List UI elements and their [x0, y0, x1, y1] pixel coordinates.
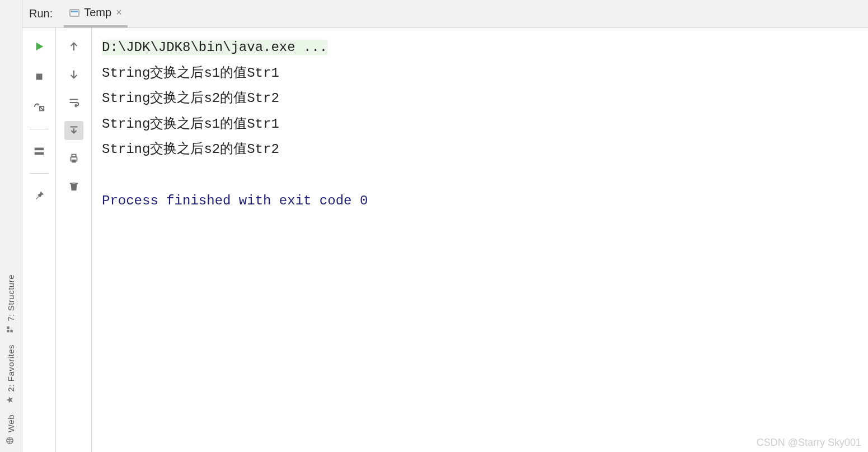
svg-rect-17	[72, 160, 76, 163]
soft-wrap-button[interactable]	[64, 93, 83, 112]
svg-marker-3	[7, 396, 13, 403]
svg-rect-1	[7, 327, 10, 329]
svg-line-12	[39, 106, 43, 110]
run-tab-temp[interactable]: Temp ×	[64, 0, 127, 27]
scroll-down-button[interactable]	[64, 65, 83, 84]
structure-label: 7: Structure	[6, 274, 16, 321]
run-label: Run:	[29, 7, 53, 20]
stop-button[interactable]	[30, 67, 49, 86]
tab-title: Temp	[84, 6, 111, 19]
application-icon	[69, 8, 79, 18]
output-line: String交换之后s2的值Str2	[102, 142, 279, 157]
scroll-up-button[interactable]	[64, 37, 83, 56]
globe-icon	[6, 437, 16, 445]
output-line: String交换之后s1的值Str1	[102, 66, 279, 81]
svg-rect-2	[11, 330, 13, 332]
exit-line: Process finished with exit code 0	[102, 193, 368, 208]
layout-button[interactable]	[30, 142, 49, 161]
run-tool-header: Run: Temp ×	[22, 0, 868, 28]
svg-rect-14	[34, 152, 44, 155]
svg-rect-13	[34, 148, 44, 151]
svg-rect-7	[70, 10, 79, 16]
sidebar-tab-web[interactable]: Web	[6, 414, 16, 445]
sidebar-tab-favorites[interactable]: 2: Favorites	[6, 344, 16, 404]
console-output[interactable]: D:\JDK\JDK8\bin\java.exe ... String交换之后s…	[92, 28, 868, 452]
run-action-gutter	[22, 28, 56, 452]
separator	[30, 129, 49, 129]
scroll-to-end-button[interactable]	[64, 121, 83, 140]
output-line: String交换之后s1的值Str1	[102, 117, 279, 132]
rerun-failed-button[interactable]	[30, 97, 49, 117]
left-tool-rail: 7: Structure 2: Favorites Web	[0, 0, 22, 452]
star-icon	[6, 395, 16, 403]
pin-button[interactable]	[30, 186, 49, 205]
print-button[interactable]	[64, 149, 83, 168]
command-line: D:\JDK\JDK8\bin\java.exe ...	[102, 40, 327, 55]
svg-rect-16	[72, 155, 76, 157]
clear-all-button[interactable]	[64, 177, 83, 196]
svg-rect-0	[7, 330, 10, 332]
close-icon[interactable]: ×	[116, 7, 122, 18]
output-line: String交换之后s2的值Str2	[102, 91, 279, 106]
favorites-label: 2: Favorites	[6, 344, 16, 392]
separator	[30, 173, 49, 174]
svg-rect-10	[36, 74, 42, 80]
sidebar-tab-structure[interactable]: 7: Structure	[6, 274, 16, 334]
svg-rect-8	[71, 11, 78, 12]
run-button[interactable]	[30, 37, 49, 56]
structure-icon	[6, 325, 16, 333]
svg-marker-9	[36, 43, 43, 51]
console-action-gutter	[56, 28, 92, 452]
web-label: Web	[6, 414, 16, 432]
